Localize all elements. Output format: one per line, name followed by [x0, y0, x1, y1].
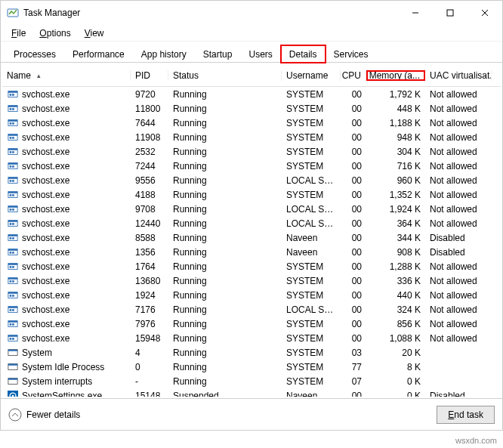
column-pid[interactable]: PID [131, 70, 168, 81]
process-icon [7, 89, 19, 100]
table-row[interactable]: svchost.exe1764RunningSYSTEM001,288 KNot… [2, 259, 501, 273]
menu-view[interactable]: View [79, 26, 110, 40]
cell-user: SYSTEM [282, 132, 341, 143]
cell-user: LOCAL SE... [282, 204, 341, 215]
svg-rect-56 [12, 266, 14, 268]
column-name[interactable]: Name ▴ [2, 70, 131, 81]
cell-pid: 1764 [131, 261, 168, 272]
cell-pid: 0 [131, 362, 168, 372]
tab-processes[interactable]: Processes [5, 45, 64, 63]
svg-rect-7 [10, 94, 12, 96]
table-row[interactable]: svchost.exe11908RunningSYSTEM00948 KNot … [2, 130, 501, 144]
tab-details[interactable]: Details [281, 45, 326, 63]
cell-pid: 9708 [131, 204, 168, 215]
table-row[interactable]: svchost.exe4188RunningSYSTEM001,352 KNot… [2, 187, 501, 202]
cell-status: Running [168, 118, 282, 128]
svg-rect-26 [8, 162, 17, 164]
table-row[interactable]: svchost.exe15948RunningSYSTEM001,088 KNo… [2, 331, 501, 345]
cell-mem: 20 K [366, 348, 425, 358]
column-cpu[interactable]: CPU [341, 70, 366, 81]
table-row[interactable]: svchost.exe1356RunningNaveen00908 KDisab… [2, 245, 501, 259]
close-button[interactable] [468, 1, 502, 25]
end-task-button[interactable]: End task [437, 406, 495, 424]
table-row[interactable]: svchost.exe7976RunningSYSTEM00856 KNot a… [2, 317, 501, 331]
table-row[interactable]: svchost.exe7176RunningLOCAL SE...00324 K… [2, 302, 501, 317]
table-row[interactable]: System interrupts-RunningSYSTEM070 K [2, 374, 501, 388]
table-row[interactable]: System4RunningSYSTEM0320 K [2, 345, 501, 360]
cell-pid: 4188 [131, 190, 168, 200]
process-name: svchost.exe [22, 161, 69, 171]
svg-rect-78 [8, 349, 17, 351]
svg-rect-22 [8, 148, 17, 150]
table-row[interactable]: svchost.exe9720RunningSYSTEM001,792 KNot… [2, 87, 501, 101]
process-name: svchost.exe [22, 147, 69, 157]
svg-rect-52 [12, 252, 14, 254]
tab-services[interactable]: Services [326, 45, 377, 63]
table-row[interactable]: svchost.exe8588RunningNaveen00344 KDisab… [2, 230, 501, 245]
cell-mem: 448 K [366, 104, 425, 114]
menu-options[interactable]: Options [33, 26, 76, 40]
cell-cpu: 00 [341, 89, 366, 100]
process-name: SystemSettings.exe [22, 391, 102, 397]
cell-user: SYSTEM [282, 319, 341, 329]
column-user[interactable]: Username [282, 70, 341, 81]
svg-rect-39 [10, 209, 12, 211]
table-row[interactable]: SystemSettings.exe15148SuspendedNaveen00… [2, 388, 501, 397]
cell-uac: Disabled [425, 247, 492, 258]
cell-user: SYSTEM [282, 147, 341, 157]
table-row[interactable]: svchost.exe1924RunningSYSTEM00440 KNot a… [2, 288, 501, 302]
cell-mem: 344 K [366, 233, 425, 243]
cell-cpu: 00 [341, 247, 366, 258]
cell-mem: 1,352 K [366, 190, 425, 200]
column-uac[interactable]: UAC virtualisat... [425, 70, 492, 81]
cell-pid: 12440 [131, 218, 168, 229]
cell-uac: Not allowed [425, 89, 492, 100]
grid-body[interactable]: svchost.exe9720RunningSYSTEM001,792 KNot… [2, 87, 501, 397]
table-row[interactable]: svchost.exe2532RunningSYSTEM00304 KNot a… [2, 144, 501, 159]
process-icon [7, 104, 19, 114]
cell-status: Running [168, 218, 282, 229]
cell-status: Running [168, 161, 282, 171]
tab-app-history[interactable]: App history [133, 45, 195, 63]
tab-performance[interactable]: Performance [64, 45, 133, 63]
cell-uac: Not allowed [425, 161, 492, 171]
cell-uac: Not allowed [425, 104, 492, 114]
tab-users[interactable]: Users [240, 45, 280, 63]
table-row[interactable]: svchost.exe7244RunningSYSTEM00716 KNot a… [2, 159, 501, 173]
table-row[interactable]: svchost.exe12440RunningLOCAL SE...00364 … [2, 216, 501, 230]
cell-status: Running [168, 247, 282, 258]
cell-mem: 1,188 K [366, 118, 425, 128]
cell-cpu: 00 [341, 104, 366, 114]
menu-file[interactable]: File [5, 26, 32, 40]
table-row[interactable]: svchost.exe9556RunningLOCAL SE...00960 K… [2, 173, 501, 187]
table-row[interactable]: svchost.exe7644RunningSYSTEM001,188 KNot… [2, 116, 501, 130]
cell-mem: 856 K [366, 319, 425, 329]
table-row[interactable]: svchost.exe9708RunningLOCAL SE...001,924… [2, 202, 501, 216]
column-memory[interactable]: Memory (a... [366, 70, 425, 81]
column-status[interactable]: Status [168, 70, 282, 81]
cell-pid: 11800 [131, 104, 168, 114]
process-icon [7, 132, 19, 143]
titlebar[interactable]: Task Manager [1, 1, 502, 25]
svg-rect-72 [12, 323, 14, 326]
table-row[interactable]: svchost.exe11800RunningSYSTEM00448 KNot … [2, 101, 501, 116]
svg-rect-68 [12, 309, 14, 311]
fewer-details-button[interactable]: Fewer details [8, 408, 80, 422]
minimize-button[interactable] [398, 1, 433, 25]
process-icon [7, 147, 19, 157]
maximize-button[interactable] [433, 1, 468, 25]
cell-mem: 440 K [366, 290, 425, 301]
process-name: svchost.exe [22, 118, 69, 128]
svg-rect-60 [12, 280, 14, 283]
tab-startup[interactable]: Startup [195, 45, 241, 63]
svg-rect-24 [12, 151, 14, 153]
cell-uac: Not allowed [425, 175, 492, 186]
process-icon [7, 261, 19, 272]
cell-mem: 716 K [366, 161, 425, 171]
svg-rect-14 [8, 119, 17, 121]
svg-rect-6 [8, 91, 17, 92]
svg-rect-54 [8, 263, 17, 264]
table-row[interactable]: svchost.exe13680RunningSYSTEM00336 KNot … [2, 273, 501, 288]
cell-user: SYSTEM [282, 261, 341, 272]
table-row[interactable]: System Idle Process0RunningSYSTEM778 K [2, 360, 501, 374]
